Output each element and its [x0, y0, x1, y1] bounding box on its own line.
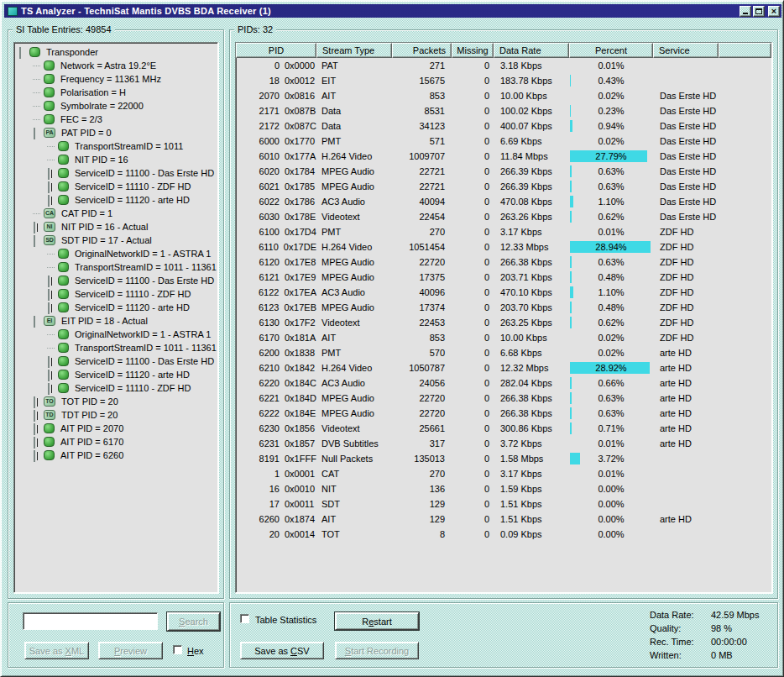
pid-row[interactable]: 62100x1842H.264 Video1050787012.32 Mbps2… [236, 360, 771, 375]
column-header-missing[interactable]: Missing [452, 43, 494, 58]
pid-row[interactable]: 62200x184CAC3 Audio240560282.04 Kbps0.66… [236, 375, 771, 391]
preview-button[interactable]: Preview [98, 642, 163, 659]
pid-row[interactable]: 10x0001CAT27003.17 Kbps0.01% [236, 466, 771, 481]
tree-item[interactable]: ServiceID = 11100 - Das Erste HD [14, 274, 217, 287]
tree-item[interactable]: ServiceID = 11120 - arte HD [14, 193, 217, 207]
pid-row[interactable]: 60210x1785MPEG Audio227210266.39 Kbps0.6… [236, 179, 771, 194]
tree-item[interactable]: OriginalNetworkID = 1 - ASTRA 1 [14, 328, 217, 341]
tree-item[interactable]: TOTOT PID = 20 [14, 395, 217, 408]
column-header-pid[interactable]: PID [236, 43, 316, 58]
pid-row[interactable]: 61300x17F2Videotext224530263.25 Kbps0.62… [236, 315, 771, 330]
tree-item[interactable]: AIT PID = 6170 [14, 435, 217, 449]
pid-row[interactable]: 81910x1FFFNull Packets13501301.58 Mbps3.… [236, 451, 771, 466]
expand-icon[interactable] [48, 195, 50, 207]
hex-checkbox-label[interactable]: Hex [187, 646, 204, 656]
pid-row[interactable]: 61230x17EBMPEG Audio173740203.70 Kbps0.4… [236, 300, 771, 315]
pid-row[interactable]: 61210x17E9MPEG Audio173750203.71 Kbps0.4… [236, 270, 771, 285]
tree-item[interactable]: PAPAT PID = 0 [14, 126, 217, 139]
tree-item[interactable]: TransportStreamID = 1011 - 11361 [14, 341, 217, 354]
pid-row[interactable]: 62300x1856Videotext256610300.86 Kbps0.71… [236, 421, 771, 436]
pid-row[interactable]: 180x0012EIT156750183.78 Kbps0.43% [236, 73, 771, 88]
column-header-packets[interactable]: Packets [392, 43, 452, 58]
pid-row[interactable]: 20700x0816AIT853010.00 Kbps0.02%Das Erst… [236, 88, 771, 103]
pid-row[interactable]: 60200x1784MPEG Audio227210266.39 Kbps0.6… [236, 164, 771, 179]
minimize-button[interactable] [740, 6, 751, 17]
tree-item[interactable]: SDSDT PID = 17 - Actual [14, 234, 217, 247]
table-statistics-checkbox[interactable] [240, 614, 249, 623]
expand-icon[interactable] [48, 168, 50, 180]
tree-item[interactable]: TDTDT PID = 20 [14, 408, 217, 422]
tree-item[interactable]: Polarisation = H [14, 86, 217, 99]
search-button[interactable]: Search [167, 612, 220, 631]
expand-icon[interactable] [34, 222, 35, 234]
pid-row[interactable]: 160x0010NIT13601.59 Kbps0.00% [236, 481, 771, 496]
tree-item[interactable]: ServiceID = 11100 - Das Erste HD [14, 354, 217, 368]
expand-icon[interactable] [34, 450, 35, 462]
maximize-button[interactable] [753, 6, 765, 17]
column-header-data-rate[interactable]: Data Rate [494, 43, 569, 58]
expand-icon[interactable] [34, 396, 35, 408]
tree-item[interactable]: ServiceID = 11110 - ZDF HD [14, 180, 217, 193]
column-header-service[interactable]: Service [653, 43, 719, 58]
expand-icon[interactable] [34, 410, 35, 422]
expand-icon[interactable] [48, 383, 50, 395]
pid-row[interactable]: 21710x087BData85310100.02 Kbps0.23%Das E… [236, 103, 771, 118]
tree-item[interactable]: TransportStreamID = 1011 [14, 139, 217, 153]
collapse-icon[interactable] [19, 47, 21, 59]
save-as-csv-button[interactable]: Save as CSV [240, 642, 324, 659]
pid-row[interactable]: 62600x1874AIT12901.51 Kbps0.00%arte HD [236, 512, 771, 527]
tree-item[interactable]: OriginalNetworkID = 1 - ASTRA 1 [14, 247, 217, 260]
start-recording-button[interactable]: Start Recording [335, 642, 419, 659]
tree-item[interactable]: ServiceID = 11120 - arte HD [14, 301, 217, 314]
pid-row[interactable]: 61000x17D4PMT27003.17 Kbps0.01%ZDF HD [236, 224, 771, 239]
pid-row[interactable]: 170x0011SDT12901.51 Kbps0.00% [236, 496, 771, 512]
pid-row[interactable]: 200x0014TOT800.09 Kbps0.00% [236, 527, 771, 542]
table-statistics-label[interactable]: Table Statistics [255, 615, 316, 625]
expand-icon[interactable] [34, 437, 35, 449]
expand-icon[interactable] [48, 370, 50, 381]
pid-row[interactable]: 62220x184EMPEG Audio227200266.38 Kbps0.6… [236, 406, 771, 421]
pid-row[interactable]: 62210x184DMPEG Audio227200266.38 Kbps0.6… [236, 391, 771, 406]
expand-icon[interactable] [34, 423, 35, 435]
close-button[interactable]: × [768, 6, 780, 17]
tree-item[interactable]: NINIT PID = 16 - Actual [14, 220, 217, 234]
collapse-icon[interactable] [34, 316, 35, 328]
pid-row[interactable]: 60300x178EVideotext224540263.26 Kbps0.62… [236, 209, 771, 224]
pid-row[interactable]: 61100x17DEH.264 Video1051454012.33 Mbps2… [236, 239, 771, 255]
save-as-xml-button[interactable]: Save as XML [24, 642, 89, 659]
expand-icon[interactable] [48, 276, 50, 287]
expand-icon[interactable] [48, 289, 50, 301]
tree-item[interactable]: ServiceID = 11120 - arte HD [14, 368, 217, 381]
pid-table-header[interactable]: PIDStream TypePacketsMissingData RatePer… [236, 43, 771, 58]
pid-row[interactable]: 61220x17EAAC3 Audio400960470.10 Kbps1.10… [236, 285, 771, 300]
tree-item[interactable]: Frequency = 11361 MHz [14, 72, 217, 86]
collapse-icon[interactable] [34, 235, 35, 247]
tree-item[interactable]: ServiceID = 11110 - ZDF HD [14, 381, 217, 395]
search-input[interactable] [23, 612, 158, 630]
pid-row[interactable]: 62000x1838PMT57006.68 Kbps0.02%arte HD [236, 345, 771, 360]
pid-row[interactable]: 00x0000PAT27103.18 Kbps0.01% [236, 58, 771, 73]
tree-item[interactable]: AIT PID = 2070 [14, 422, 217, 435]
si-tree[interactable]: TransponderNetwork = Astra 19.2°EFrequen… [13, 42, 218, 593]
expand-icon[interactable] [48, 356, 50, 368]
restart-button[interactable]: Restart [335, 612, 419, 630]
tree-item[interactable]: EIEIT PID = 18 - Actual [14, 314, 217, 328]
collapse-icon[interactable] [34, 128, 35, 139]
pid-row[interactable]: 60100x177AH.264 Video1009707011.84 Mbps2… [236, 149, 771, 164]
expand-icon[interactable] [48, 302, 50, 314]
tree-item[interactable]: FEC = 2/3 [14, 113, 217, 126]
column-header-percent[interactable]: Percent [569, 43, 653, 58]
tree-item[interactable]: NIT PID = 16 [14, 153, 217, 166]
column-header-stream-type[interactable]: Stream Type [316, 43, 392, 58]
tree-item[interactable]: Symbolrate = 22000 [14, 99, 217, 113]
tree-item[interactable]: Transponder [14, 45, 217, 59]
tree-item[interactable]: ServiceID = 11100 - Das Erste HD [14, 166, 217, 180]
tree-item[interactable]: TransportStreamID = 1011 - 11361 [14, 260, 217, 274]
pid-row[interactable]: 60000x1770PMT57106.69 Kbps0.02%Das Erste… [236, 134, 771, 149]
tree-item[interactable]: AIT PID = 6260 [14, 449, 217, 462]
tree-item[interactable]: Network = Astra 19.2°E [14, 59, 217, 72]
pid-row[interactable]: 62310x1857DVB Subtitles31703.72 Kbps0.01… [236, 436, 771, 451]
tree-item[interactable]: ServiceID = 11110 - ZDF HD [14, 287, 217, 301]
pid-row[interactable]: 60220x1786AC3 Audio400940470.08 Kbps1.10… [236, 194, 771, 209]
pid-row[interactable]: 61700x181AAIT853010.00 Kbps0.02%ZDF HD [236, 330, 771, 345]
